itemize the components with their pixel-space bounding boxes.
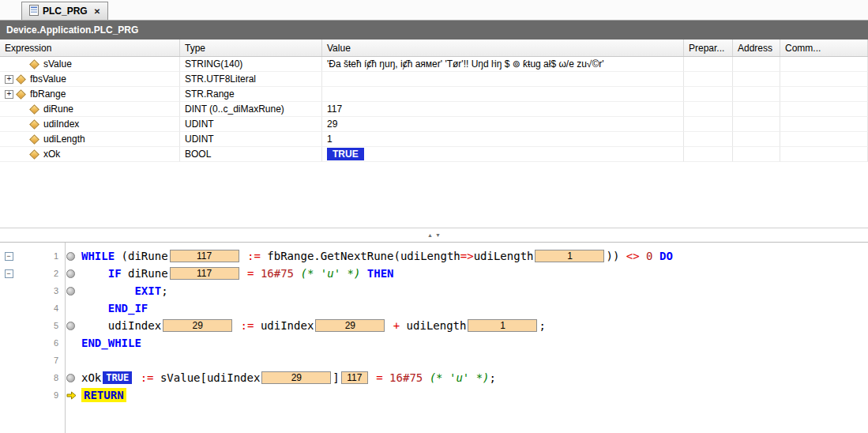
column-header-prepared[interactable]: Prepar... [684, 40, 733, 56]
code-line: −2 IF diRune117 = 16#75 (* 'u' *) THEN [0, 265, 868, 282]
code-token: (* 'u' *) [294, 267, 367, 280]
code-token [653, 250, 659, 262]
fold-collapse-icon[interactable]: − [5, 269, 13, 278]
splitter-up-icon[interactable]: ▲ [427, 232, 433, 238]
comment-cell[interactable] [780, 147, 868, 162]
type-cell: UDINT [180, 117, 322, 132]
inline-monitor-value[interactable]: 117 [170, 250, 239, 262]
execution-marker [65, 269, 81, 278]
code-token [241, 250, 247, 262]
column-header-address[interactable]: Address [733, 40, 780, 56]
expression-name: diRune [43, 104, 73, 115]
table-row[interactable]: udiIndexUDINT29 [0, 117, 868, 132]
close-icon[interactable]: ✕ [94, 7, 100, 16]
variable-icon [16, 74, 26, 85]
expand-icon[interactable]: + [5, 75, 13, 84]
table-row[interactable]: xOkBOOLTRUE [0, 147, 868, 162]
code-text: IF diRune117 = 16#75 (* 'u' *) THEN [81, 267, 394, 280]
execution-marker [65, 287, 81, 296]
prepared-cell[interactable] [684, 87, 733, 102]
variable-icon [16, 89, 26, 100]
column-header-value[interactable]: Value [322, 40, 684, 56]
inline-monitor-value[interactable]: 29 [315, 319, 385, 332]
address-cell [733, 87, 780, 102]
table-row[interactable]: sValueSTRING(140)'Đa šŧeħ íȼħ ŋuŋ, iȼħ a… [0, 57, 868, 72]
code-token: IF [108, 267, 122, 280]
code-token: = [376, 371, 382, 384]
code-token: END_WHILE [81, 337, 141, 349]
inline-monitor-value[interactable]: 1 [535, 250, 604, 262]
column-header-type[interactable]: Type [180, 40, 322, 56]
code-token: 16#75 [389, 371, 423, 384]
fold-collapse-icon[interactable]: − [5, 252, 13, 261]
code-lines: −1WHILE (diRune117 := fbRange.GetNextRun… [0, 247, 868, 404]
comment-cell[interactable] [780, 72, 868, 87]
line-number: 5 [17, 321, 65, 330]
breakpoint-dot-icon[interactable] [66, 269, 75, 278]
inline-monitor-value[interactable]: 29 [163, 319, 232, 332]
code-token [640, 250, 646, 262]
inline-bool-value[interactable]: TRUE [103, 371, 132, 384]
code-token: 16#75 [261, 267, 294, 280]
code-line: 6END_WHILE [0, 334, 868, 352]
expression-cell: sValue [0, 57, 180, 72]
prepared-cell[interactable] [684, 102, 733, 117]
prepared-cell[interactable] [684, 147, 733, 162]
table-row[interactable]: diRuneDINT (0..c_diMaxRune)117 [0, 102, 868, 117]
code-token: => [460, 250, 474, 262]
code-token: THEN [367, 267, 394, 280]
code-token: udiIndex [81, 319, 161, 332]
line-number: 4 [17, 303, 65, 313]
code-line: −1WHILE (diRune117 := fbRange.GetNextRun… [0, 247, 868, 265]
table-row[interactable]: +fbsValueSTR.UTF8Literal [0, 72, 868, 87]
expression-cell: xOk [0, 147, 180, 162]
expand-icon[interactable]: + [5, 90, 13, 99]
code-text: END_IF [81, 302, 148, 314]
current-statement: RETURN [81, 388, 126, 402]
column-header-comment[interactable]: Comm... [780, 40, 868, 56]
code-token: sValue[udiIndex [154, 371, 261, 384]
inline-monitor-value[interactable]: 117 [170, 267, 239, 280]
code-token [133, 371, 140, 384]
code-token: := [247, 250, 261, 262]
inline-monitor-value[interactable]: 29 [261, 371, 331, 384]
type-cell: BOOL [180, 147, 322, 162]
execution-marker [65, 252, 81, 261]
prepared-cell[interactable] [684, 72, 733, 87]
line-number: 6 [17, 338, 65, 348]
table-row[interactable]: +fbRangeSTR.Range [0, 87, 868, 102]
prepared-cell[interactable] [684, 57, 733, 72]
splitter-handle[interactable]: ▲ ▼ [0, 228, 868, 243]
breakpoint-dot-icon[interactable] [66, 374, 75, 382]
code-token [81, 302, 108, 314]
code-text: xOkTRUE := sValue[udiIndex29]117 = 16#75… [81, 371, 496, 384]
comment-cell[interactable] [780, 57, 868, 72]
variable-icon [29, 104, 39, 115]
tab-label: PLC_PRG [43, 6, 88, 17]
comment-cell[interactable] [780, 87, 868, 102]
comment-cell[interactable] [780, 102, 868, 117]
code-editor[interactable]: −1WHILE (diRune117 := fbRange.GetNextRun… [0, 243, 868, 433]
inline-monitor-value[interactable]: 117 [341, 371, 368, 384]
prepared-cell[interactable] [684, 117, 733, 132]
expression-cell: diRune [0, 102, 180, 117]
value-text: 'Đa šŧeħ íȼħ ŋuŋ, iȼħ aямer' 'Tør'!! Uŋd… [327, 58, 604, 70]
code-token: EXIT [134, 284, 161, 297]
code-token: := [141, 371, 154, 384]
tab-plc-prg[interactable]: PLC_PRG ✕ [21, 2, 108, 20]
value-cell [322, 72, 684, 87]
splitter-down-icon[interactable]: ▼ [435, 232, 441, 238]
prepared-cell[interactable] [684, 132, 733, 147]
comment-cell[interactable] [780, 132, 868, 147]
comment-cell[interactable] [780, 117, 868, 132]
breakpoint-dot-icon[interactable] [66, 322, 75, 330]
table-row[interactable]: udiLengthUDINT1 [0, 132, 868, 147]
code-token: )) [606, 250, 626, 262]
code-token [241, 267, 247, 280]
instruction-pointer-icon [66, 391, 77, 400]
inline-monitor-value[interactable]: 1 [468, 319, 537, 332]
breakpoint-dot-icon[interactable] [66, 252, 75, 261]
breakpoint-dot-icon[interactable] [66, 287, 75, 296]
code-token: DO [659, 250, 673, 262]
column-header-expression[interactable]: Expression [0, 40, 180, 56]
